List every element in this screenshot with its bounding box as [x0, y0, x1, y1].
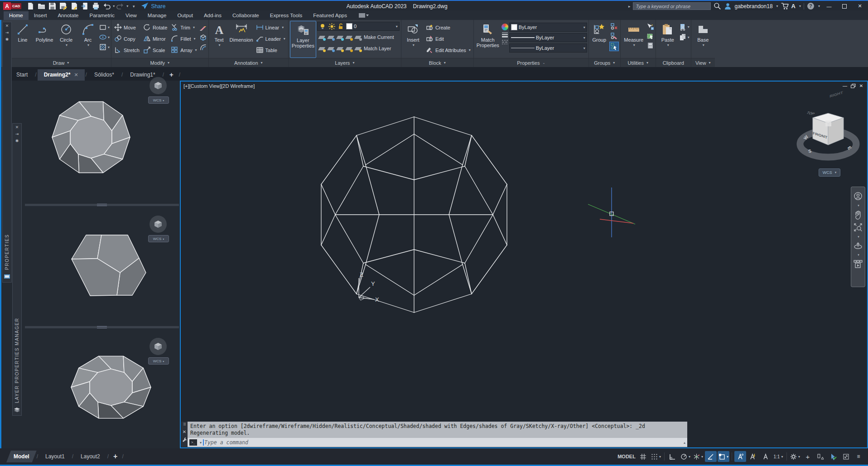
arc-button[interactable]: Arc▾ [77, 21, 98, 58]
palette-autohide-icon[interactable]: ⇥ [13, 130, 21, 137]
help-dropdown[interactable]: ▾ [818, 4, 820, 8]
stretch-button[interactable]: Stretch [113, 44, 141, 56]
open-folder-button[interactable] [36, 2, 46, 10]
navigation-wheel-icon[interactable] [854, 192, 863, 201]
text-button[interactable]: A Text▾ [210, 21, 228, 58]
lineweight-dropdown[interactable]: ByLayer▾ [509, 33, 587, 42]
ortho-toggle[interactable] [667, 451, 679, 462]
layout-tab-layout1[interactable]: Layout1 [38, 451, 72, 462]
workspace-switching-button[interactable]: ▾ [789, 451, 801, 462]
command-input-row[interactable]: >_ ▾ ▴ [188, 438, 687, 447]
wcs-dropdown[interactable]: WCS▾ [819, 168, 840, 177]
ribbon-tab-featured-apps[interactable]: Featured Apps [308, 11, 352, 20]
group-button[interactable]: Group [590, 21, 608, 58]
palette-settings-icon[interactable]: ✱ [3, 36, 11, 43]
save-as-button[interactable] [58, 2, 68, 10]
copy-button[interactable]: Copy [113, 33, 141, 44]
object-snap-tracking-toggle[interactable] [705, 451, 717, 462]
panel-label-modify[interactable]: Modify▾ [111, 58, 208, 67]
window-maximize-button[interactable] [838, 1, 851, 11]
palette-close-icon[interactable]: ✕ [3, 22, 11, 29]
panel-label-block[interactable]: Block▾ [401, 58, 473, 67]
panel-label-properties[interactable]: Properties⌄ [474, 58, 588, 67]
offset-tool[interactable] [199, 43, 207, 51]
search-input[interactable] [633, 2, 711, 10]
base-button[interactable]: Base▾ [693, 21, 714, 58]
annotation-visibility-toggle[interactable] [734, 451, 746, 462]
command-customize-icon[interactable] [182, 437, 187, 442]
group-selection-toggle[interactable] [609, 42, 619, 51]
ribbon-tab-output[interactable]: Output [172, 11, 198, 20]
panel-label-utilities[interactable]: Utilities▾ [621, 58, 656, 67]
cut-tool[interactable]: ▾ [679, 23, 690, 31]
mini-wcs-badge[interactable]: WCS▾ [148, 357, 169, 365]
redo-dropdown[interactable]: ▾ [126, 4, 128, 8]
new-file-button[interactable] [25, 2, 35, 10]
calculator-tool[interactable] [646, 42, 654, 49]
layout-tab-model[interactable]: Model [6, 451, 37, 462]
isometric-drafting-toggle[interactable]: ▾ [692, 451, 704, 462]
insert-block-button[interactable]: Insert▾ [403, 21, 424, 58]
palette-autohide-icon[interactable]: ⇥ [3, 29, 11, 36]
wireframe-dodecahedron-canvas[interactable]: ZYX [181, 82, 867, 447]
isolate-objects-button[interactable] [815, 451, 826, 462]
user-dropdown[interactable]: ▾ [776, 4, 778, 8]
command-input[interactable] [203, 439, 682, 446]
explode-tool[interactable] [199, 34, 207, 41]
new-file-tab-button[interactable]: + [165, 69, 178, 81]
palette-settings-icon[interactable]: ✱ [13, 137, 21, 144]
ungroup-tool[interactable] [610, 23, 618, 30]
group-edit-tool[interactable] [610, 32, 618, 40]
showmotion-icon[interactable] [854, 260, 863, 268]
file-tab-drawing[interactable]: Drawing2*✕ [38, 69, 85, 81]
annotation-autoscale-toggle[interactable] [747, 451, 759, 462]
file-tab-close-icon[interactable]: ✕ [74, 72, 78, 77]
mini-viewcube[interactable] [149, 77, 167, 94]
share-icon[interactable] [140, 2, 149, 10]
zoom-icon[interactable] [854, 223, 863, 232]
customize-button[interactable]: ≡ [853, 451, 864, 462]
ribbon-tab-express-tools[interactable]: Express Tools [265, 11, 308, 20]
ribbon-display-toggle[interactable] [359, 11, 369, 19]
array-button[interactable]: Array▾ [169, 44, 198, 56]
ribbon-tab-annotate[interactable]: Annotate [52, 11, 84, 20]
fillet-button[interactable]: Fillet▾ [169, 33, 198, 44]
undo-button[interactable] [101, 2, 111, 10]
ellipse-tool[interactable]: ▾ [99, 34, 110, 41]
export-button[interactable] [69, 2, 79, 10]
print-button[interactable] [91, 2, 101, 10]
help-icon[interactable]: ? [807, 2, 815, 10]
qat-customize-button[interactable]: ▾ [129, 2, 139, 10]
file-tab-drawing[interactable]: Sólidos* [88, 69, 121, 81]
annotation-monitor-button[interactable]: + [802, 451, 814, 462]
snap-toggle[interactable]: ▾ [650, 451, 662, 462]
command-expand-icon[interactable]: ▴ [684, 441, 685, 445]
panel-label-layers[interactable]: Layers▾ [289, 58, 401, 67]
navigation-bar[interactable]: ▾ ▾ ▾ [851, 187, 865, 287]
ribbon-tab-collaborate[interactable]: Collaborate [227, 11, 265, 20]
username[interactable]: gabebrandon18 [734, 3, 772, 10]
mirror-button[interactable]: Mirror [142, 33, 169, 44]
app-logo[interactable]: A CAD [3, 2, 21, 10]
trim-button[interactable]: Trim▾ [169, 22, 198, 33]
ribbon-tab-add-ins[interactable]: Add-ins [198, 11, 227, 20]
ribbon-tab-insert[interactable]: Insert [29, 11, 53, 20]
edit-attributes-button[interactable]: Edit Attributes▾ [424, 44, 472, 56]
quick-calc-region-tool[interactable] [646, 32, 654, 40]
pan-hand-icon[interactable] [854, 211, 862, 220]
panel-label-draw[interactable]: Draw▾ [11, 58, 111, 67]
rotate-button[interactable]: Rotate [142, 22, 169, 33]
leader-button[interactable]: Leader▾ [255, 33, 287, 44]
viewcube[interactable]: WSETOPFRONTRIGHT [788, 86, 868, 168]
orbit-icon[interactable] [854, 242, 863, 250]
hatch-tool[interactable]: ▾ [99, 43, 110, 51]
object-color-dropdown[interactable]: ByLayer▾ [509, 23, 587, 32]
new-layout-button[interactable]: + [109, 452, 122, 461]
clean-screen-button[interactable] [840, 451, 852, 462]
annotation-scale-icon[interactable] [760, 451, 772, 462]
file-tab-start[interactable]: Start [10, 69, 34, 81]
match-properties-button[interactable]: MatchProperties [475, 21, 501, 58]
command-line-panel[interactable]: ⠿ ✕ Enter an option [2dwireframe/Wirefra… [181, 422, 687, 447]
command-close-icon[interactable]: ✕ [183, 429, 186, 434]
ribbon-tab-view[interactable]: View [120, 11, 142, 20]
